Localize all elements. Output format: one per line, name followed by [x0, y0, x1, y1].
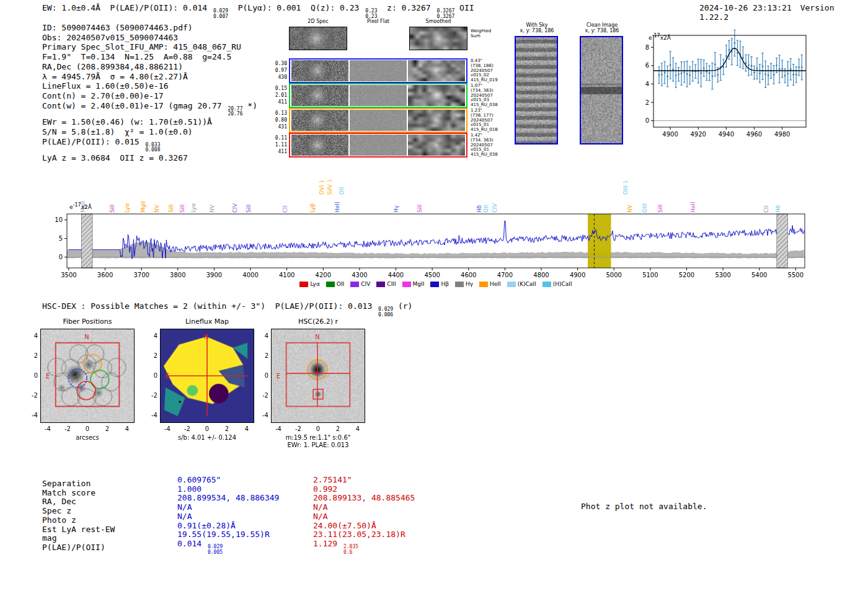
axis-tick-label: -4: [161, 426, 174, 432]
match-row-label: mag: [42, 533, 172, 542]
emission-line-label: Lyβ: [310, 203, 316, 213]
cutout-row-annotation: 1.42"(734, 363)20240507v015_01415_RU_038: [471, 133, 514, 158]
svg-text:5100: 5100: [642, 272, 658, 278]
panel-title: HSC(26.2) r: [271, 318, 365, 326]
detection-info-block: ID: 5090074463 (5090074463.pdf)Obs: 2024…: [42, 23, 257, 163]
match-row-label: Match score: [42, 488, 172, 497]
catalog-match-table: SeparationMatch scoreRA, DecSpec zPhoto …: [42, 479, 600, 559]
rich-text: Obs: 20240507v015_5090074463: [42, 33, 178, 42]
svg-text:5000: 5000: [606, 272, 622, 278]
rich-text: Cont(n) = 2.70(±0.00)e-17: [42, 91, 164, 100]
cutout-column-header: Pixel Flat: [349, 19, 407, 25]
axis-tick-label: -2: [145, 393, 157, 399]
stacked-fraction: 2.0350.6: [343, 544, 358, 556]
match-row-label: Photo z: [42, 515, 172, 524]
axis-tick-label: 4: [121, 426, 133, 432]
legend-label: CIV: [361, 281, 370, 287]
cutout-image: [408, 135, 465, 156]
axis-tick-label: 0: [81, 426, 94, 432]
stacked-fraction: 0.32670.3267: [436, 9, 454, 20]
axis-tick-label: 4: [241, 426, 253, 432]
cutout-row-left-labels: 0.130.80431: [275, 110, 287, 132]
cutout-image: [350, 60, 407, 81]
legend-item: (K)CaII: [507, 281, 536, 287]
rich-text: 1.129 2.0350.6: [313, 539, 358, 548]
stacked-fraction: 20.7720.76: [228, 107, 242, 118]
match-value: 1.129 2.0350.6: [313, 539, 446, 548]
rich-text: N/A: [313, 512, 327, 521]
svg-text:4940: 4940: [719, 131, 734, 138]
emission-line-label: SiII: [658, 204, 663, 213]
rich-text: e-17x2Å: [649, 35, 671, 41]
cutout-image: [350, 135, 407, 156]
emission-line-label: Hδ: [477, 205, 482, 213]
legend-swatch: [430, 282, 439, 287]
rich-text: 23.11(23.05,23.18)R: [313, 530, 405, 539]
info-line: EWr = 1.50(±0.46) (w: 1.70(±0.51))Å: [42, 117, 257, 127]
svg-text:0: 0: [59, 254, 63, 260]
info-line: LineFlux = 1.60(±0.50)e-16: [42, 81, 257, 91]
cutout-column-header: Smoothed: [409, 19, 467, 25]
rich-text: HSC-DEX : Possible Matches = 2 (within +…: [42, 301, 412, 311]
cutout-image: [408, 60, 465, 81]
match-value: N/A: [177, 512, 311, 520]
svg-text:6: 6: [645, 62, 649, 69]
line-fit-zoom-plot: 0246849004920494049604980e-17x2Å: [632, 28, 818, 149]
emission-line-label: Lyα: [191, 203, 197, 213]
panel-title: Lineflux Map: [160, 318, 254, 326]
rich-text: S/N = 5.8(±1.8) χ² = 1.0(±0.0): [42, 127, 193, 136]
axis-tick-label: 4: [352, 426, 364, 432]
axis-tick-label: 0: [256, 373, 268, 379]
cutout-image: [350, 85, 407, 106]
cutout-row-left-labels: 0.300.97430: [275, 60, 287, 82]
axis-tick-label: -4: [145, 412, 157, 419]
legend-item: CIII: [376, 281, 396, 287]
info-line: ID: 5090074463 (5090074463.pdf): [42, 23, 257, 33]
legend-label: Lyα: [310, 281, 319, 287]
cutout-image: [291, 85, 348, 106]
match-value: 23.11(23.05,23.18)R: [313, 530, 446, 538]
cutout-panels-row: Fiber Positions-4-4-2-2002244arcsecsLine…: [0, 318, 620, 451]
axis-tick-label: 0: [145, 373, 157, 379]
with-sky-image: [515, 36, 558, 144]
axis-tick-label: -2: [25, 393, 38, 399]
weighted-sum-label: WeightedSum: [471, 29, 508, 42]
rich-text: 24.00(±7.50)Å: [313, 521, 376, 530]
cutout-image: [291, 135, 348, 156]
cutout-row-annotation: 0.43"(738, 186)20240507v015_02415_RU_019: [471, 59, 514, 84]
match-value: 0.992: [313, 484, 446, 493]
svg-text:4400: 4400: [388, 272, 404, 278]
rich-text: RA,Dec (208.899384,48.886211): [42, 62, 183, 71]
match-row-label: P(LAE)/P(OII): [42, 543, 172, 551]
axis-tick-label: -4: [25, 412, 38, 419]
legend-swatch: [479, 282, 488, 287]
emission-line-label: OVI }: [319, 180, 325, 195]
match-value: 19.55(19.55,19.55)R: [177, 530, 311, 538]
2d-spec-cutout-grid: 2D SpecPixel FlatSmoothedWeightedSum0.30…: [275, 19, 523, 162]
svg-text:0: 0: [645, 117, 649, 124]
cutout-column-header: 2D Spec: [289, 19, 347, 25]
legend-swatch: [542, 282, 551, 287]
svg-text:4500: 4500: [424, 272, 440, 278]
rich-text: 19.55(19.55,19.55)R: [177, 530, 270, 539]
cutout-row-frame: [289, 133, 467, 158]
svg-text:3700: 3700: [133, 272, 149, 278]
match-value: 208.899133, 48.885465: [313, 493, 446, 502]
info-line: Cont(n) = 2.70(±0.00)e-17: [42, 91, 257, 101]
legend-label: OII: [337, 281, 344, 287]
info-line: λ = 4945.79Å σ = 4.80(±2.27)Å: [42, 72, 257, 82]
rich-text: e-17x2Å: [69, 204, 92, 210]
sky-image-title: Clean Imagex, y: 738, 186: [574, 22, 631, 35]
info-line: P(LAE)/P(OII): 0.015 0.0330.008: [42, 137, 257, 154]
match-row-label: Separation: [42, 479, 172, 487]
info-line: F=1.9" T=0.134 N=1.25 A=0.88 g=24.5: [42, 52, 257, 62]
emission-line-label: SiII: [169, 204, 174, 213]
rich-text: 2.75141": [313, 475, 352, 484]
match-value: 24.00(±7.50)Å: [313, 521, 446, 530]
legend-label: Hγ: [466, 281, 473, 287]
stacked-fraction: 0.0330.008: [145, 143, 160, 154]
axis-tick-label: 0: [201, 426, 213, 432]
emission-line-label: SiII: [180, 204, 185, 213]
rich-text: N/A: [177, 512, 192, 521]
rich-text: 0.609765": [177, 475, 221, 484]
